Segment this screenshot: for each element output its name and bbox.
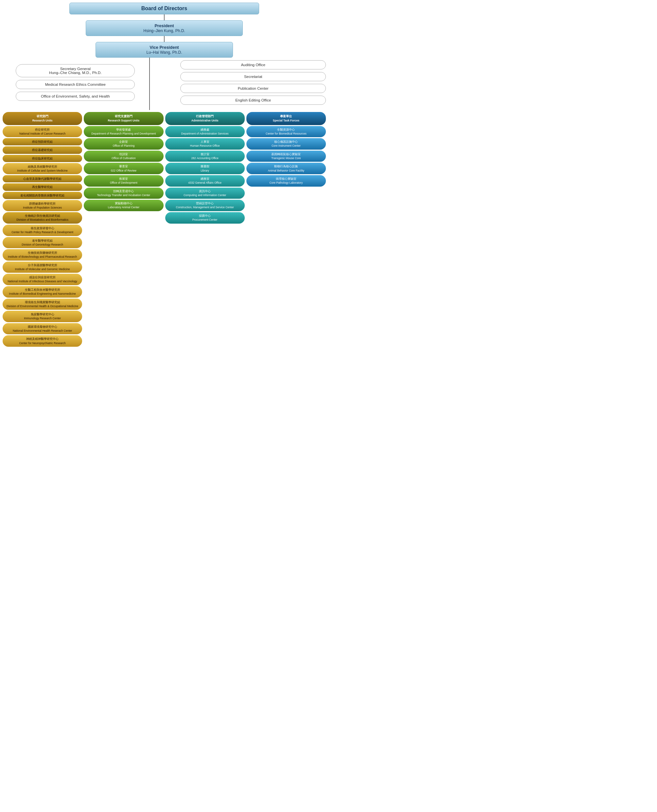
ethics-box: Medical Research Ethics Committee — [16, 80, 135, 89]
environment-box: Office of Environment, Safety, and Healt… — [16, 92, 135, 101]
construction-mgmt: 營繕設管中心 Construction, Management and Serv… — [165, 200, 245, 211]
gerontology: 老年醫學研究組 Division of Gerontology Research — [3, 237, 82, 248]
regenerative: 再生醫學研究組 — [3, 183, 82, 191]
admin-header-en: Administrative Units — [191, 119, 219, 122]
admin-header: 行政管理部門 Administrative Units — [165, 112, 245, 125]
vp-title: Vice President — [149, 45, 179, 50]
development-office: 推展室 Office of Devleopment — [84, 175, 163, 187]
research-col: 研究部門 Research Units 癌症研究所 National Insti… — [3, 112, 82, 347]
cellular-institute: 細胞及系統醫學研究所 Institute of Cellular and Sys… — [3, 163, 82, 175]
core-instrument: 核心儀器設施中心 Core Instrument Center — [246, 138, 326, 150]
health-policy: 衛生政策研發中心 Center for Health Policy Resear… — [3, 225, 82, 236]
cancer-prev: 癌症預防研究組 — [3, 138, 82, 145]
research-header: 研究部門 Research Units — [3, 112, 82, 125]
cancer-clinical: 癌症臨床研究組 — [3, 155, 82, 162]
vp-box: Vice President Lu–Hai Wang, Ph.D. — [95, 42, 233, 58]
transgenic-mouse: 基因轉殖鼠核心實驗室 Transgenic Mouse Core — [246, 151, 326, 162]
biostatistics: 生物統計與生物資訊研究組 Division of Biostatistics a… — [3, 212, 82, 223]
research-planning: 學術發展處 Department of Research Planning an… — [84, 126, 163, 137]
research-header-zh: 研究部門 — [37, 115, 48, 118]
board-box: Board of Directors — [69, 3, 259, 14]
env-health-research: 國家環境毒物研究中心 National Environmental Health… — [3, 323, 82, 335]
ethics-label: Medical Research Ethics Committee — [45, 83, 106, 86]
president-name: Hsing–Jien Kung, Ph.D. — [143, 28, 185, 33]
support-header-en: Research Support Units — [107, 119, 139, 122]
env-health: 環境衛生與職業醫學研究組 Division of Environmental H… — [3, 298, 82, 310]
special-header-zh: 專案單位 — [280, 115, 292, 118]
biomedical-resources: 生醫資源中心 Center for Biomedical Resources — [246, 126, 326, 137]
cardiovascular: 心血管及新陳代謝醫學研究組 — [3, 175, 82, 183]
support-header: 研究支援部門 Research Support Units — [84, 112, 163, 125]
board-label: Board of Directors — [141, 6, 187, 11]
branch-section: Secretary General Hung–Che Chiang, M.D.,… — [3, 58, 326, 110]
special-col: 專案單位 Special Task Forces 生醫資源中心 Center f… — [246, 112, 326, 347]
connector-v1 — [164, 14, 165, 20]
environment-label: Office of Environment, Safety, and Healt… — [41, 94, 110, 98]
secretary-line1: Secretary General — [60, 67, 90, 71]
auditing-label: Auditing Office — [241, 63, 265, 67]
auditing-box: Auditing Office — [180, 60, 326, 69]
secretariat-label: Secretariat — [244, 75, 262, 78]
special-header-en: Special Task Forces — [273, 119, 299, 122]
president-box: President Hsing–Jien Kung, Ph.D. — [86, 20, 243, 36]
admin-services: 總務處 Department of Administration Service… — [165, 126, 245, 137]
publication-box: Publication Center — [180, 84, 326, 93]
immunology: 免疫醫學研究中心 Immunology Research Center — [3, 311, 82, 322]
biomedical-engineering: 生醫工程與奈米醫學研究所 Institute of Biomedical Eng… — [3, 286, 82, 298]
secretary-line2: Hung–Che Chiang, M.D., Ph.D. — [49, 71, 101, 75]
hr-office: 人事室 Human Resource Office — [165, 138, 245, 150]
general-affairs: 總務室 4332 General Affairs Office — [165, 175, 245, 187]
research-header-en: Research Units — [33, 119, 53, 122]
four-columns: 研究部門 Research Units 癌症研究所 National Insti… — [3, 112, 326, 347]
lab-animal: 實驗動物中心 Laboratory Animal Center — [84, 200, 163, 211]
cancer-basic: 癌症基礎研究組 — [3, 146, 82, 153]
vp-name: Lu–Hai Wang, Ph.D. — [146, 50, 182, 55]
secretary-box: Secretary General Hung–Che Chiang, M.D.,… — [16, 64, 135, 77]
animal-behavior: 動物行為核心設施 Animal Behavior Core Facility — [246, 163, 326, 174]
center-line-area — [135, 58, 164, 110]
secretariat-box: Secretariat — [180, 72, 326, 81]
computing-center: 資訊中心 Computing and Information Center — [165, 187, 245, 199]
biotech-pharma: 生物技術與藥物研究所 Institute of Biotechnology an… — [3, 249, 82, 261]
admin-header-zh: 行政管理部門 — [196, 115, 214, 118]
neuropsychiatric: 神經及精神醫學研究中心 Center for Neuropsychiatric … — [3, 335, 82, 347]
population-institute: 群體健康科學研究所 Institute of Population Scienc… — [3, 200, 82, 211]
branch-right: Auditing Office Secretariat Publication … — [164, 58, 326, 105]
support-col: 研究支援部門 Research Support Units 學術發展處 Depa… — [84, 112, 163, 347]
infectious-diseases: 感染症與疫苗研究所 National Institute of Infectio… — [3, 274, 82, 285]
aging-muscle: 老化相關肌肉骨骼疾病醫學研究組 — [3, 192, 82, 199]
tech-transfer: 技轉及育成中心 Technology Transfer and Incubati… — [84, 187, 163, 199]
planning-office: 企劃室 Office of Planning — [84, 138, 163, 150]
branch-left: Secretary General Hung–Che Chiang, M.D.,… — [3, 58, 135, 101]
support-header-zh: 研究支援部門 — [115, 115, 132, 118]
library: 圖書館 Library — [165, 163, 245, 174]
org-chart: Board of Directors President Hsing–Jien … — [0, 0, 328, 349]
pathology-lab: 病理核心實驗室 Core Pathology Laboratory — [246, 175, 326, 187]
cancer-institute: 癌症研究所 National Institute of Cancer Resea… — [3, 126, 82, 137]
special-header: 專案單位 Special Task Forces — [246, 112, 326, 125]
president-title: President — [154, 23, 174, 28]
procurement: 採購中心 Procurement Center — [165, 212, 245, 223]
publication-label: Publication Center — [238, 86, 269, 91]
admin-col: 行政管理部門 Administrative Units 總務處 Departme… — [165, 112, 245, 347]
review-office: 審查室 022 Office of Review — [84, 163, 163, 174]
main-v-line — [149, 58, 150, 110]
accounting-office: 會計室 282 Accounting Office — [165, 151, 245, 162]
cultivation-office: 培訓室 Office of Cultivation — [84, 151, 163, 162]
english-label: English Editing Office — [235, 98, 271, 102]
molecular-genomic: 分子與基因醫學研究所 Institute of Molecular and Ge… — [3, 262, 82, 273]
connector-v2 — [164, 36, 165, 42]
top-section: Board of Directors President Hsing–Jien … — [3, 3, 326, 110]
english-box: English Editing Office — [180, 95, 326, 105]
